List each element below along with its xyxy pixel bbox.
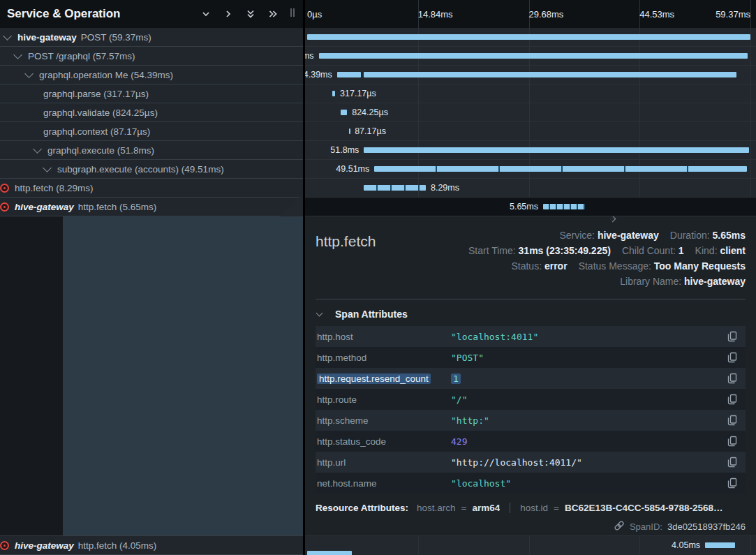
copy-icon[interactable]	[726, 330, 739, 343]
span-timeline-row[interactable]: 824.25µs	[305, 103, 756, 122]
double-chevron-right-icon[interactable]	[268, 9, 278, 19]
meta-label: Status:	[511, 260, 542, 272]
chevron-down-icon[interactable]	[24, 69, 34, 78]
attribute-row-selected[interactable]: http.request.resend_count 1	[316, 368, 746, 389]
chevron-right-icon[interactable]	[230, 536, 303, 555]
panel-resize-handle[interactable]	[289, 7, 296, 21]
copy-icon[interactable]	[726, 455, 739, 469]
span-tree-row-selected[interactable]: hive-gateway http.fetch (5.65ms)	[0, 198, 303, 216]
separator	[510, 503, 510, 513]
span-id-value: 3de02518937fb246	[667, 521, 746, 532]
divider	[316, 299, 746, 299]
double-chevron-down-icon[interactable]	[246, 9, 255, 19]
resource-attributes-title: Resource Attributes:	[316, 503, 408, 513]
chevron-right-icon[interactable]	[230, 198, 303, 216]
meta-value: Too Many Requests	[654, 260, 746, 272]
copy-icon[interactable]	[726, 392, 739, 406]
span-duration-bar[interactable]	[705, 542, 735, 548]
link-icon[interactable]	[614, 520, 625, 533]
span-duration-bar[interactable]	[364, 147, 749, 153]
chevron-right-icon[interactable]	[223, 9, 233, 19]
span-tree-row[interactable]: POST /graphql (57.57ms)	[0, 47, 303, 66]
attribute-row[interactable]: http.status_code 429	[316, 431, 746, 452]
attribute-value: "/"	[451, 394, 467, 405]
chevron-down-icon[interactable]	[201, 9, 211, 19]
span-tree-row[interactable]: graphql.context (87.17µs)	[0, 122, 303, 141]
span-timeline-row[interactable]: 54.39ms	[305, 66, 756, 84]
meta-value: 5.65ms	[713, 230, 746, 241]
span-duration-label: 317.17µs	[335, 89, 381, 98]
span-tree-row[interactable]: graphql.parse (317.17µs)	[0, 84, 303, 103]
span-timeline-row-selected[interactable]: 5.65ms	[305, 198, 756, 216]
span-duration-bar[interactable]	[337, 72, 361, 77]
span-timeline-row[interactable]: 87.17µs	[305, 122, 756, 141]
span-duration-bar[interactable]	[374, 166, 747, 172]
span-timeline-row[interactable]: 51.8ms	[305, 141, 756, 160]
span-tree-row[interactable]: graphql.operation Me (54.39ms)	[0, 66, 303, 84]
chevron-down-icon[interactable]	[33, 145, 42, 154]
attribute-key: http.request.resend_count	[317, 373, 431, 384]
attribute-row[interactable]: http.route "/"	[316, 389, 746, 410]
equals-sign: =	[554, 503, 559, 513]
attribute-key: http.method	[317, 353, 366, 363]
copy-icon[interactable]	[726, 476, 739, 490]
span-duration-label: 54.39ms	[305, 70, 337, 80]
span-duration-bar[interactable]	[307, 34, 750, 40]
copy-icon[interactable]	[726, 434, 739, 448]
meta-value: client	[720, 245, 746, 256]
span-duration-label: 5.65ms	[505, 202, 543, 212]
panel-title: Service & Operation	[7, 7, 201, 21]
span-timeline-row[interactable]: 57.57ms	[305, 47, 756, 66]
span-tree-row[interactable]: graphql.validate (824.25µs)	[0, 103, 303, 122]
attribute-key: http.route	[317, 394, 357, 405]
span-id-label: SpanID:	[630, 521, 662, 532]
span-tree-row[interactable]: http.fetch (8.29ms)	[0, 179, 303, 198]
span-timeline-row[interactable]: 317.17µs	[305, 84, 756, 103]
attribute-key: net.host.name	[317, 478, 377, 489]
chevron-down-icon[interactable]	[13, 50, 22, 59]
attribute-row[interactable]: http.scheme "http:"	[316, 410, 746, 431]
span-label: POST /graphql (57.57ms)	[28, 51, 135, 61]
resource-attributes-row[interactable]: Resource Attributes: host.arch = arm64 h…	[316, 503, 746, 513]
copy-icon[interactable]	[726, 371, 739, 385]
span-tree-row[interactable]: hive-gateway http.fetch (4.05ms)	[0, 536, 303, 555]
error-badge-icon	[0, 184, 9, 193]
meta-value: hive-gateway	[684, 276, 746, 287]
copy-icon[interactable]	[726, 350, 739, 364]
copy-icon[interactable]	[726, 413, 739, 427]
attribute-value: 1	[451, 373, 461, 384]
span-label: http.fetch (4.05ms)	[78, 540, 157, 551]
span-attributes-header[interactable]: Span Attributes	[317, 309, 746, 320]
attribute-row[interactable]: net.host.name "localhost"	[316, 473, 746, 494]
attribute-value: "http:"	[451, 415, 489, 426]
equals-sign: =	[461, 503, 467, 513]
span-label: graphql.context (87.17µs)	[43, 126, 150, 137]
span-timeline-row[interactable]: 8.29ms	[305, 179, 756, 198]
meta-label: Status Message:	[579, 260, 651, 272]
chevron-down-icon[interactable]	[43, 163, 52, 172]
chevron-right-icon[interactable]	[227, 179, 303, 198]
span-duration-bar[interactable]	[319, 53, 748, 59]
span-duration-bar[interactable]	[364, 185, 426, 191]
meta-value: 1	[679, 245, 684, 256]
span-timeline-row[interactable]: 4.05ms	[305, 535, 756, 554]
detail-span-title: http.fetch	[316, 228, 376, 250]
meta-label: Service:	[559, 230, 595, 241]
attribute-row[interactable]: http.host "localhost:4011"	[316, 326, 746, 347]
span-duration-bar[interactable]	[364, 72, 736, 77]
attribute-key: http.status_code	[317, 436, 386, 447]
span-duration-bar[interactable]	[341, 110, 347, 115]
span-timeline-row[interactable]	[305, 28, 756, 47]
span-timeline-row[interactable]: 49.51ms	[305, 160, 756, 179]
span-tree-row[interactable]: graphql.execute (51.8ms)	[0, 141, 303, 160]
attribute-row[interactable]: http.method "POST"	[316, 347, 746, 368]
error-badge-icon	[0, 541, 9, 550]
resource-key: host.arch	[417, 503, 456, 513]
chevron-down-icon[interactable]	[3, 31, 12, 40]
span-tree-row[interactable]: hive-gateway POST (59.37ms)	[0, 28, 303, 47]
meta-label: Kind:	[695, 245, 718, 256]
span-duration-label: 824.25µs	[347, 108, 393, 117]
attribute-row[interactable]: http.url "http://localhost:4011/"	[316, 452, 746, 473]
span-tree-row[interactable]: subgraph.execute (accounts) (49.51ms)	[0, 160, 303, 179]
span-duration-bar[interactable]	[543, 204, 585, 209]
